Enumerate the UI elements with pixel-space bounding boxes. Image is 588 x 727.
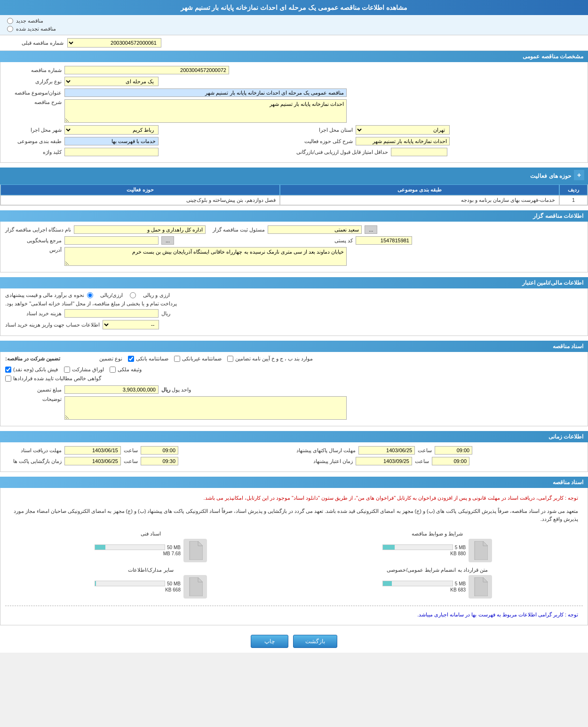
guarantee-desc-row: توضیحات	[5, 396, 583, 420]
tender-description-textarea[interactable]: احداث نمازخانه پایانه بار تسنیم شهر	[64, 99, 347, 123]
guarantee-type-label: نوع تضمین	[66, 356, 122, 362]
org-name-input[interactable]	[74, 225, 206, 234]
send-offer-date-input[interactable]	[358, 446, 415, 455]
page-title: مشاهده اطلاعات مناقصه عمومی یک مرحله ای …	[181, 4, 408, 11]
progress-fill-4	[95, 581, 95, 586]
tender-type-select[interactable]: یک مرحله ای	[64, 77, 159, 86]
activity-table-body: ردیف طبقه بندی موضوعی حوزه فعالیت 1 خدما…	[0, 184, 588, 206]
ryal-radio[interactable]	[87, 292, 93, 298]
send-offer-time-input[interactable]	[435, 446, 472, 455]
contractor-section: اطلاعات مناقصه گزار ... مسئول ثبت مناقصه…	[0, 210, 588, 272]
checkbox-cash-label: فیش بانکی (وجه نقد)	[13, 367, 58, 373]
prev-tender-select[interactable]: 2003004572000061	[67, 38, 161, 48]
file-icon-3[interactable]	[469, 575, 492, 599]
file-icon-4[interactable]	[183, 575, 207, 599]
checkbox-contracts-input[interactable]	[5, 375, 11, 382]
progress-fill-3	[383, 581, 392, 586]
timing-section-body: ساعت مهلت ارسال پاکتهای پیشنهاد ساعت مهل…	[0, 442, 588, 472]
file-icon-2[interactable]	[183, 539, 207, 562]
address-textarea[interactable]: خیابان دماوند بعد از سی متری نارمک نرسید…	[64, 247, 347, 266]
guarantee-checkboxes-row3: گواهی خالص مطالبات تایید شده قراردادها	[5, 375, 583, 382]
city-select[interactable]: رباط کریم	[64, 125, 159, 135]
file-progress-3: 5 MB 683 KB	[382, 581, 466, 592]
guarantee-type-row: موارد بند ب ، ج و خ آیین نامه تضامین ضما…	[5, 356, 583, 364]
postal-input[interactable]	[356, 236, 412, 245]
reference-input[interactable]	[64, 236, 159, 245]
checkbox-property-input[interactable]	[110, 367, 116, 373]
open-offer-date-input[interactable]	[64, 457, 121, 465]
timing-row1: ساعت مهلت ارسال پاکتهای پیشنهاد ساعت مهل…	[5, 446, 583, 457]
receive-doc-time-label: ساعت	[124, 447, 138, 454]
min-score-input[interactable]	[391, 148, 447, 156]
cell-activity: فصل دوازدهم، بتن پیش‌ساخته و بلوک‌چینی	[0, 195, 280, 205]
currency-label: ارزی و ریالی	[143, 292, 169, 298]
estimate-label: نحوه ی برآورد مالی و قیمت پیشنهادی	[5, 292, 84, 298]
province-row: تهران استان محل اجرا	[296, 125, 583, 135]
tender-subject-row: عنوان/موضوع مناقصه	[5, 88, 583, 97]
checkbox-bonds-input[interactable]	[64, 367, 70, 373]
receive-doc-row: ساعت مهلت دریافت اسناد	[5, 446, 292, 455]
checkbox-non-bank-input[interactable]	[174, 356, 180, 362]
timing-section-header: اطلاعات زمانی	[0, 431, 588, 442]
receive-doc-date-input[interactable]	[64, 446, 121, 455]
address-label: آدرس	[5, 247, 62, 253]
doc-cost-input[interactable]	[64, 309, 159, 318]
validity-time-input[interactable]	[432, 457, 469, 465]
print-button[interactable]: چاپ	[251, 635, 288, 648]
file-current-2: 7.68 MB	[95, 551, 181, 556]
responsible-label: مسئول ثبت مناقصه گزار	[208, 227, 265, 233]
checkbox-cash-input[interactable]	[5, 367, 11, 373]
currency-radio[interactable]	[130, 292, 136, 298]
checkbox-contracts: گواهی خالص مطالبات تایید شده قراردادها	[5, 375, 101, 382]
contractor-section-body: ... مسئول ثبت مناقصه گزار نام دستگاه اجر…	[0, 222, 588, 272]
checkbox-non-bank-label: ضمانتنامه غیربانکی	[182, 356, 222, 362]
checkbox-bank-guarantee-input[interactable]	[128, 356, 134, 362]
open-offer-label: زمان بازگشایی پاکت ها	[5, 458, 62, 464]
key-score-row: حداقل امتیاز قابل قبول ارزیابی فنی/بازرگ…	[5, 148, 583, 159]
new-tender-label: مناقصه جدید	[16, 18, 43, 24]
activity-desc-input[interactable]	[356, 137, 450, 145]
general-section: مشخصات مناقصه عمومی شماره مناقصه یک مرحل…	[0, 51, 588, 163]
guarantee-amount-input[interactable]	[64, 385, 159, 394]
category-input[interactable]	[64, 137, 159, 145]
file-row-4: 50 MB 668 KB	[95, 575, 207, 599]
province-select[interactable]: تهران	[356, 125, 450, 135]
account-select[interactable]: --	[103, 320, 159, 329]
doc-cost-unit: ریال	[161, 311, 170, 317]
checkbox-contracts-label: گواهی خالص مطالبات تایید شده قراردادها	[13, 375, 101, 382]
timing-section: اطلاعات زمانی ساعت مهلت ارسال پاکتهای پی…	[0, 431, 588, 472]
tender-type-row: یک مرحله ای نوع برگزاری	[5, 77, 583, 86]
tender-number-input[interactable]	[64, 66, 229, 74]
file-progress-1: 5 MB 880 KB	[382, 544, 466, 556]
file-icon-1[interactable]	[469, 539, 492, 562]
add-activity-button[interactable]: +	[574, 170, 584, 180]
responsible-input[interactable]	[268, 225, 362, 234]
reference-dots-button[interactable]: ...	[161, 236, 174, 245]
renewed-tender-radio[interactable]	[7, 26, 13, 32]
guarantee-amount-label: مبلغ تضمین	[5, 387, 62, 393]
validity-date-input[interactable]	[356, 457, 412, 465]
tender-subject-input[interactable]	[64, 88, 347, 97]
file-label-1: شرایط و ضوابط مناقصه	[412, 531, 463, 537]
documents-section: اسناد مناقصه توجه : کاربر گرامی، دریافت …	[0, 477, 588, 625]
open-offer-time-input[interactable]	[141, 457, 178, 465]
org-dots-button[interactable]: ...	[365, 225, 377, 234]
checkbox-other-input[interactable]	[227, 356, 233, 362]
new-tender-radio[interactable]	[7, 18, 13, 24]
ryal-label: ارزی/ریالی	[100, 292, 123, 298]
province-label: استان محل اجرا	[296, 127, 353, 133]
guarantee-desc-textarea[interactable]	[64, 396, 347, 420]
file-max-2: 50 MB	[167, 545, 181, 550]
renewed-tender-label: مناقصه تجدید شده	[16, 26, 56, 32]
location-row: تهران استان محل اجرا رباط کریم شهر محل ا…	[5, 125, 583, 137]
category-row: طبقه بندی موضوعی	[5, 137, 292, 145]
general-section-header: مشخصات مناقصه عمومی	[0, 51, 588, 62]
key-input[interactable]	[64, 148, 159, 156]
progress-bar-3	[382, 581, 453, 586]
activity-table-header: + حوزه های فعالیت	[0, 168, 588, 184]
back-button[interactable]: بازگشت	[293, 635, 337, 648]
file-row-2: 50 MB 7.68 MB	[95, 539, 207, 562]
checkbox-other-label: موارد بند ب ، ج و خ آیین نامه تضامین	[235, 356, 313, 362]
receive-doc-time-input[interactable]	[141, 446, 178, 455]
cell-row-num: 1	[559, 195, 588, 205]
